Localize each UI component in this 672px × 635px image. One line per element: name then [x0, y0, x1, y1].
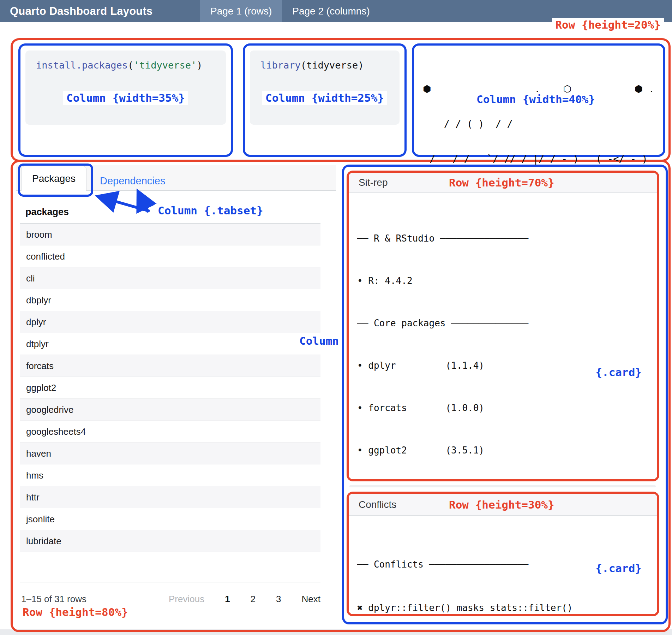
sitrep-card-title: Sit-rep [359, 177, 388, 188]
ascii-line: / __/ / _ `/ // / |/ / -_) __(_-</ -_) [414, 153, 663, 165]
console-line: ── R & RStudio ──────────────── [357, 231, 657, 245]
column-width-40-card: ⬢ __ _ __ . ⬡ ⬢ . / /_(_)__/ /_ __ _____… [412, 43, 665, 157]
code-function-name: library [260, 60, 301, 71]
console-line: • ggplot2 (3.5.1) [357, 443, 657, 457]
code-block-install: install.packages('tidyverse') [25, 51, 226, 125]
code-block-library: library(tidyverse) [250, 51, 400, 125]
console-line: ── Core packages ────────────── [357, 316, 657, 330]
annotation-row-height-80: Row {height=80%} [19, 605, 131, 619]
annotation-card-sitrep: {.card} [595, 366, 642, 379]
column-width-35-card: install.packages('tidyverse') Column {wi… [18, 43, 233, 157]
sitrep-card-header: Sit-rep Row {height=70%} [349, 173, 657, 193]
code-paren-close: ) [197, 60, 202, 71]
console-line: • R: 4.4.2 [357, 274, 657, 288]
code-paren-close: ) [358, 60, 364, 71]
code-function-name: install.packages [36, 60, 128, 71]
conflicts-card-title: Conflicts [359, 499, 396, 510]
tabset-annotation-ring [18, 164, 93, 197]
annotation-row-height-20: Row {height=20%} [552, 18, 664, 32]
annotation-card-conflicts: {.card} [595, 562, 642, 575]
annotation-row-height-30: Row {height=30%} [449, 498, 554, 511]
navbar-title: Quarto Dashboard Layouts [10, 5, 152, 18]
annotation-column-width-35: Column {width=35%} [63, 91, 188, 105]
annotation-column-tabset: Column {.tabset} [155, 204, 266, 218]
console-line: • forcats (1.0.0) [357, 401, 657, 415]
conflicts-card: Conflicts Row {height=30%} ── Conflicts … [347, 492, 659, 616]
annotation-column-width-25: Column {width=25%} [262, 91, 387, 105]
conflicts-card-header: Conflicts Row {height=30%} [349, 494, 657, 516]
annotation-row-height-70: Row {height=70%} [449, 177, 554, 189]
nav-tab-page1[interactable]: Page 1 (rows) [200, 0, 282, 22]
console-line: ✖ dplyr::filter() masks stats::filter() [357, 601, 657, 615]
code-arg-tidyverse: tidyverse [306, 60, 358, 71]
annotation-column-width-40: Column {width=40%} [473, 93, 598, 106]
code-paren-open: ( [301, 60, 306, 71]
column-width-25-card: library(tidyverse) Column {width=25%} [243, 43, 407, 157]
sitrep-card: Sit-rep Row {height=70%} ── R & RStudio … [347, 171, 659, 481]
tab-dependencies[interactable]: Dependencies [100, 175, 165, 187]
navbar-page-tabs: Page 1 (rows) Page 2 (columns) [200, 0, 380, 22]
code-paren-open: ( [128, 60, 133, 71]
code-string-tidyverse: 'tidyverse' [133, 60, 197, 71]
ascii-line: / /_(_)__/ /_ __ _____ _______ ___ [414, 118, 663, 130]
nav-tab-page2[interactable]: Page 2 (columns) [282, 0, 380, 22]
annotation-column: Column [297, 334, 341, 348]
sitrep-console-output: ── R & RStudio ──────────────── • R: 4.4… [349, 193, 657, 481]
